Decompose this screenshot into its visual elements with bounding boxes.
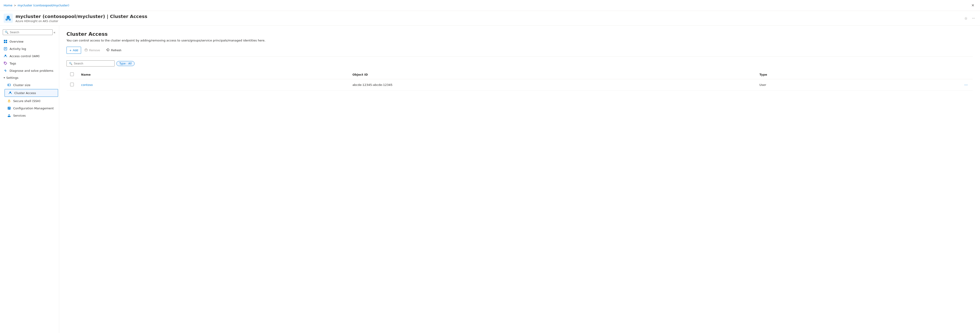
- remove-label: Remove: [89, 48, 100, 52]
- sidebar-item-ssh-label: Secure shell (SSH): [13, 99, 41, 103]
- table-header-select: [67, 70, 78, 79]
- refresh-button[interactable]: Refresh: [103, 47, 124, 54]
- sidebar-item-config-mgmt[interactable]: Configuration Management: [4, 105, 59, 112]
- row-select-checkbox[interactable]: [70, 83, 74, 86]
- table-header-objectid: Object ID: [349, 70, 756, 79]
- sidebar-item-config-label: Configuration Management: [13, 107, 54, 110]
- config-icon: [7, 106, 11, 110]
- refresh-icon: [107, 48, 110, 52]
- overview-icon: [4, 40, 7, 43]
- sidebar-item-cluster-size-label: Cluster size: [13, 83, 30, 87]
- cluster-size-icon: [7, 83, 11, 87]
- svg-rect-8: [4, 42, 5, 43]
- sidebar-toggle-row: 🔍 «: [0, 27, 59, 38]
- page-title: Cluster Access: [67, 31, 973, 37]
- row-checkbox-cell: [67, 79, 78, 91]
- access-table: Name Object ID Type contoso abcde-12345-…: [67, 70, 973, 91]
- resource-icon: [4, 14, 13, 23]
- settings-nav: Cluster size Cluster Access Secure shell…: [0, 81, 59, 119]
- services-icon: [7, 114, 11, 117]
- sidebar-item-services-label: Services: [13, 114, 26, 117]
- row-name-link[interactable]: contoso: [81, 83, 93, 86]
- breadcrumb: Home > mycluster (contosopool/mycluster): [4, 4, 969, 7]
- sidebar-item-activity-label: Activity log: [10, 47, 26, 51]
- top-bar: Home > mycluster (contosopool/mycluster)…: [0, 0, 980, 11]
- svg-point-14: [5, 62, 5, 63]
- sidebar-item-iam-label: Access control (IAM): [10, 54, 40, 58]
- select-all-checkbox[interactable]: [70, 72, 74, 76]
- sidebar-search-box: 🔍: [3, 29, 52, 35]
- row-name-cell: contoso: [78, 79, 349, 91]
- add-icon: +: [70, 48, 72, 52]
- row-type-cell: User: [756, 79, 959, 91]
- sidebar-search-container: 🔍: [3, 27, 52, 37]
- table-row: contoso abcde-12345-abcde-12345 User ···: [67, 79, 973, 91]
- sidebar-item-ssh[interactable]: Secure shell (SSH): [4, 97, 59, 105]
- breadcrumb-current[interactable]: mycluster (contosopool/mycluster): [18, 4, 69, 7]
- table-header: Name Object ID Type: [67, 70, 973, 79]
- table-header-name: Name: [78, 70, 349, 79]
- svg-point-17: [10, 92, 11, 93]
- diagnose-icon: [4, 69, 7, 72]
- toolbar: + Add Remove Refresh: [67, 47, 973, 57]
- sidebar: 🔍 « Overview Activity log Access control…: [0, 26, 59, 333]
- sidebar-item-cluster-size[interactable]: Cluster size: [4, 81, 59, 89]
- sidebar-item-iam[interactable]: Access control (IAM): [0, 53, 59, 60]
- svg-point-1: [6, 16, 10, 19]
- svg-rect-7: [6, 40, 7, 41]
- delete-icon: [84, 48, 88, 52]
- main-content: Cluster Access You can control access to…: [59, 26, 980, 333]
- svg-point-25: [9, 116, 11, 117]
- refresh-label: Refresh: [111, 48, 121, 52]
- svg-rect-27: [85, 49, 87, 51]
- svg-point-24: [8, 116, 9, 117]
- resource-actions: ☆ ···: [963, 15, 976, 21]
- filter-bar: 🔍 Type : All: [67, 61, 973, 67]
- row-more-button[interactable]: ···: [963, 82, 969, 88]
- page-description: You can control access to the cluster en…: [67, 39, 272, 42]
- sidebar-item-cluster-access-label: Cluster Access: [14, 91, 36, 95]
- sidebar-item-tags[interactable]: Tags: [0, 60, 59, 67]
- remove-button[interactable]: Remove: [81, 47, 103, 54]
- svg-rect-15: [8, 84, 11, 86]
- more-options-button[interactable]: ···: [970, 15, 976, 21]
- breadcrumb-sep: >: [14, 4, 16, 7]
- tags-icon: [4, 62, 7, 65]
- filter-search-icon: 🔍: [69, 62, 72, 65]
- filter-search-input[interactable]: [74, 62, 112, 65]
- sidebar-search-input[interactable]: [10, 30, 51, 34]
- row-more-cell: ···: [959, 79, 973, 91]
- favorite-button[interactable]: ☆: [963, 15, 969, 21]
- svg-rect-9: [6, 42, 7, 43]
- resource-subtitle: Azure HDInsight on AKS cluster: [16, 19, 960, 23]
- table-header-actions: [959, 70, 973, 79]
- chevron-down-icon: ▾: [4, 76, 5, 79]
- breadcrumb-home[interactable]: Home: [4, 4, 12, 7]
- resource-title: mycluster (contosopool/mycluster) | Clus…: [16, 14, 960, 19]
- row-objectid-cell: abcde-12345-abcde-12345: [349, 79, 756, 91]
- sidebar-item-services[interactable]: Services: [4, 112, 59, 119]
- settings-section-header[interactable]: ▾ Settings: [0, 74, 59, 81]
- sidebar-item-cluster-access[interactable]: Cluster Access: [5, 89, 58, 97]
- sidebar-item-diagnose[interactable]: Diagnose and solve problems: [0, 67, 59, 74]
- settings-label: Settings: [6, 76, 18, 80]
- svg-rect-6: [4, 40, 5, 41]
- sidebar-item-overview[interactable]: Overview: [0, 38, 59, 45]
- activity-icon: [4, 47, 7, 51]
- add-label: Add: [73, 48, 78, 52]
- search-icon: 🔍: [5, 30, 8, 34]
- svg-point-26: [8, 114, 10, 115]
- resource-header: mycluster (contosopool/mycluster) | Clus…: [0, 11, 980, 26]
- close-button[interactable]: ✕: [969, 2, 976, 9]
- resource-info: mycluster (contosopool/mycluster) | Clus…: [16, 14, 960, 23]
- iam-icon: [4, 54, 7, 58]
- type-filter-badge[interactable]: Type : All: [116, 61, 135, 66]
- sidebar-item-activity-log[interactable]: Activity log: [0, 45, 59, 53]
- sidebar-item-tags-label: Tags: [10, 62, 16, 65]
- sidebar-collapse-button[interactable]: «: [52, 30, 56, 35]
- svg-point-13: [5, 55, 6, 56]
- ssh-icon: [7, 99, 11, 103]
- add-button[interactable]: + Add: [67, 47, 81, 54]
- table-body: contoso abcde-12345-abcde-12345 User ···: [67, 79, 973, 91]
- filter-search-box: 🔍: [67, 61, 115, 67]
